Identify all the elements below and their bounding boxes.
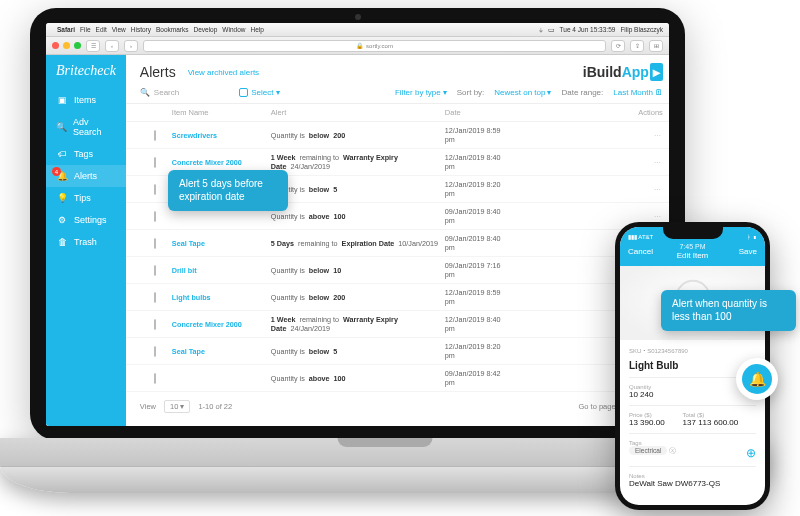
sidebar-item-settings[interactable]: ⚙ Settings — [46, 209, 126, 231]
sidebar-item-label: Items — [74, 95, 96, 105]
forward-button[interactable]: › — [124, 40, 138, 52]
search-icon: 🔍 — [56, 122, 67, 132]
sidebar-item-adv search[interactable]: 🔍 Adv Search — [46, 111, 126, 143]
row-actions-menu[interactable]: ⋯ — [613, 185, 663, 194]
row-alert: Quantity is below 5 — [271, 185, 441, 194]
battery-icon[interactable]: ▭ — [548, 26, 555, 34]
table-body: Screwdrivers Quantity is below 200 12/Ja… — [126, 122, 669, 392]
mac-menu-item[interactable]: Bookmarks — [156, 26, 189, 33]
row-item-name[interactable]: Drill bit — [172, 266, 267, 275]
tag-chip[interactable]: Electrical — [629, 446, 667, 455]
camera-dot — [355, 14, 361, 20]
mac-menu-item[interactable]: Develop — [194, 26, 218, 33]
price-field[interactable]: 13 390.00 — [629, 418, 665, 427]
row-item-name[interactable]: Seal Tape — [172, 347, 267, 356]
zoom-window-icon[interactable] — [74, 42, 81, 49]
select-dropdown[interactable]: Select ▾ — [239, 88, 280, 97]
sidebar-item-tips[interactable]: 💡 Tips — [46, 187, 126, 209]
alerts-fab[interactable]: 🔔 — [736, 358, 778, 400]
search-input[interactable]: 🔍 Search — [140, 88, 179, 97]
row-item-name[interactable]: Light bulbs — [172, 293, 267, 302]
sidebar-item-label: Trash — [74, 237, 97, 247]
tabs-button[interactable]: ⊞ — [649, 40, 663, 52]
menubar-user[interactable]: Filip Blaszczyk — [620, 26, 663, 33]
row-actions-menu[interactable]: ⋯ — [613, 158, 663, 167]
mac-menu-item[interactable]: Safari — [57, 26, 75, 33]
row-alert: 1 Week remaining to Warranty Expiry Date… — [271, 153, 441, 171]
phone-nav-bar: 7:45 PM Cancel Edit Item Save — [620, 241, 765, 266]
chevron-down-icon: ▾ — [547, 88, 551, 97]
mac-menu-item[interactable]: Edit — [96, 26, 107, 33]
browser-toolbar: ☰ ‹ › 🔒 sortly.com ⟳ ⇪ ⊞ — [46, 37, 669, 55]
col-actions: Actions — [613, 108, 663, 117]
phone-mockup: ▮▮▮ AT&T ᚼ ▮ 7:45 PM Cancel Edit Item Sa… — [615, 222, 770, 510]
partner-logo[interactable]: iBuildApp▸ — [583, 64, 663, 80]
col-name[interactable]: Item Name — [172, 108, 267, 117]
brand-logo[interactable]: Britecheck — [46, 55, 126, 89]
table-row[interactable]: Light bulbs Quantity is below 200 12/Jan… — [126, 284, 669, 311]
tag-icon: 🏷 — [56, 149, 68, 159]
signal-icon: ▮▮▮ — [628, 234, 637, 240]
date-range-picker[interactable]: Last Month 🗓 — [613, 88, 663, 97]
row-actions-menu[interactable]: ⋯ — [613, 131, 663, 140]
view-archived-link[interactable]: View archived alerts — [188, 68, 259, 77]
row-item-name[interactable]: Concrete Mixer 2000 — [172, 320, 267, 329]
cancel-button[interactable]: Cancel — [628, 247, 653, 256]
row-date: 12/Jan/2019 8:59 pm — [445, 126, 510, 144]
mac-menubar: SafariFileEditViewHistoryBookmarksDevelo… — [46, 23, 669, 37]
sidebar-item-trash[interactable]: 🗑 Trash — [46, 231, 126, 253]
menubar-datetime: Tue 4 Jun 15:33:59 — [560, 26, 616, 33]
share-button[interactable]: ⇪ — [630, 40, 644, 52]
row-alert: Quantity is below 5 — [271, 347, 441, 356]
chevron-down-icon: ▾ — [443, 88, 447, 97]
row-date: 12/Jan/2019 8:20 pm — [445, 342, 510, 360]
row-item-name[interactable]: Concrete Mixer 2000 — [172, 158, 267, 167]
mac-menu-item[interactable]: File — [80, 26, 90, 33]
page-title: Alerts — [140, 64, 176, 80]
filter-by-type[interactable]: Filter by type ▾ — [395, 88, 447, 97]
mac-menu-item[interactable]: Help — [250, 26, 263, 33]
save-button[interactable]: Save — [739, 247, 757, 256]
sidebar-item-alerts[interactable]: 4 🔔 Alerts — [46, 165, 126, 187]
row-actions-menu[interactable]: ⋯ — [613, 212, 663, 221]
add-tag-button[interactable]: ⊕ — [746, 446, 756, 460]
reload-button[interactable]: ⟳ — [611, 40, 625, 52]
table-row[interactable]: Screwdrivers Quantity is below 200 12/Ja… — [126, 122, 669, 149]
close-window-icon[interactable] — [52, 42, 59, 49]
quantity-field[interactable]: 10 240 — [629, 390, 756, 399]
mac-menu-item[interactable]: History — [131, 26, 151, 33]
sort-dropdown[interactable]: Newest on top ▾ — [494, 88, 551, 97]
mac-menu-item[interactable]: Window — [222, 26, 245, 33]
row-alert: Quantity is below 10 — [271, 266, 441, 275]
laptop-frame: SafariFileEditViewHistoryBookmarksDevelo… — [30, 8, 685, 440]
sidebar-item-label: Alerts — [74, 171, 97, 181]
row-type-icon — [154, 373, 156, 384]
page-size-select[interactable]: 10 ▾ — [164, 400, 190, 413]
row-date: 09/Jan/2019 8:40 pm — [445, 234, 510, 252]
table-row[interactable]: Seal Tape 5 Days remaining to Expiration… — [126, 230, 669, 257]
mac-menu-item[interactable]: View — [112, 26, 126, 33]
row-item-name[interactable]: Seal Tape — [172, 239, 267, 248]
table-row[interactable]: Concrete Mixer 2000 1 Week remaining to … — [126, 311, 669, 338]
notes-field[interactable]: DeWalt Saw DW6773-QS — [629, 479, 756, 488]
col-alert[interactable]: Alert — [271, 108, 441, 117]
table-row[interactable]: Quantity is above 100 09/Jan/2019 8:42 p… — [126, 365, 669, 392]
wifi-icon[interactable]: ⏚ — [539, 26, 543, 33]
window-controls[interactable] — [52, 42, 81, 49]
remove-tag-icon[interactable]: ⓧ — [669, 447, 676, 454]
sidebar-item-tags[interactable]: 🏷 Tags — [46, 143, 126, 165]
phone-notch — [663, 227, 723, 239]
table-row[interactable]: Drill bit Quantity is below 10 09/Jan/20… — [126, 257, 669, 284]
box-icon: ▣ — [56, 95, 68, 105]
table-row[interactable]: Seal Tape Quantity is below 5 12/Jan/201… — [126, 338, 669, 365]
sidebar-toggle-icon[interactable]: ☰ — [86, 40, 100, 52]
url-bar[interactable]: 🔒 sortly.com — [143, 40, 606, 52]
row-date: 12/Jan/2019 8:59 pm — [445, 288, 510, 306]
minimize-window-icon[interactable] — [63, 42, 70, 49]
col-date[interactable]: Date — [445, 108, 510, 117]
sort-label: Sort by: — [457, 88, 485, 97]
back-button[interactable]: ‹ — [105, 40, 119, 52]
row-item-name[interactable]: Screwdrivers — [172, 131, 267, 140]
sidebar-item-items[interactable]: ▣ Items — [46, 89, 126, 111]
app-root: Britecheck ▣ Items 🔍 Adv Search 🏷 Tags 4… — [46, 55, 669, 426]
